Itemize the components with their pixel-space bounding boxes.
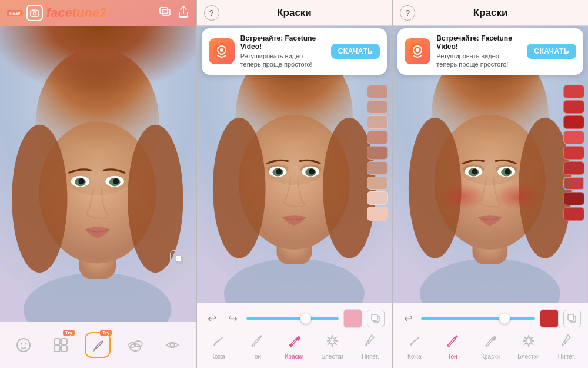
promo-title-p3: Встречайте: Facetune Video! [436,34,521,51]
selected-color-p3[interactable] [540,309,559,328]
try-badge-brush: Try [100,330,112,336]
promo-subtitle-p3: Ретушировать видео теперь проще простого… [436,52,521,69]
tool-eye[interactable] [159,332,185,358]
tab-kozha-p3[interactable]: Кожа [395,334,433,360]
pipet-label-p3: Пипет. [558,353,576,360]
svg-point-22 [25,343,26,345]
undo-btn-p2[interactable]: ↩ [204,310,220,327]
panel1-image: ↩ [0,26,196,322]
slider-wrap-p3[interactable] [421,313,535,324]
tab-blesk-p3[interactable]: Блестки [510,334,548,360]
swatch-4-p3[interactable] [563,131,584,144]
swatch-6-p3[interactable] [563,161,584,175]
svg-point-14 [75,178,86,187]
swatch-8-p2[interactable] [367,191,388,205]
slider-track-p2[interactable] [246,317,339,320]
kraski-label-p3: Краски [481,353,500,360]
svg-point-64 [439,184,486,210]
panel1-toolbar: Try Try [0,322,196,368]
promo-text-p3: Встречайте: Facetune Video! Ретушировать… [436,34,521,69]
pipet-label-p2: Пипет. [362,353,379,360]
try-badge-grid: Try [63,330,75,336]
face-background [0,26,196,322]
color-swatches-p3 [563,85,584,221]
kozha-icon-p3 [407,334,422,352]
selected-color-p2[interactable] [343,309,362,328]
copy-btn-p1[interactable] [170,250,189,269]
svg-point-51 [214,343,216,345]
svg-point-1 [33,12,36,15]
share-icon[interactable] [178,5,189,21]
color-swatches-p2 [367,85,388,221]
swatch-6-p2[interactable] [367,161,388,175]
tab-kraski-p3[interactable]: Краски [472,334,510,360]
panel-3: ? Краски Встречайте: Facetune Video! Рет… [392,0,588,368]
copy-btn-p3[interactable] [563,310,581,327]
svg-point-52 [289,344,292,346]
ton-label-p2: Тон [252,353,261,360]
swatch-1-p3[interactable] [563,85,584,98]
tool-grid[interactable]: Try [48,332,74,358]
promo-banner-p3: Встречайте: Facetune Video! Ретушировать… [397,28,583,75]
tool-effects[interactable] [122,332,148,358]
swatch-7-p2[interactable] [367,177,388,190]
slider-thumb-p2[interactable] [300,313,311,324]
slider-track-p3[interactable] [421,317,535,320]
swatch-4-p2[interactable] [367,131,388,144]
swatch-9-p2[interactable] [367,207,388,221]
panel2-title: Краски [277,7,312,19]
swatch-1-p2[interactable] [367,85,388,98]
panel3-title: Краски [473,7,508,19]
kraski-icon-p3 [483,334,497,352]
svg-rect-19 [175,256,181,261]
swatch-3-p2[interactable] [367,115,388,129]
swatch-8-p3[interactable] [563,192,584,205]
blesk-icon-p3 [522,334,536,352]
tool-face[interactable] [11,332,36,358]
svg-rect-26 [61,346,67,352]
swatch-3-p3[interactable] [563,115,584,129]
copy-btn-p2[interactable] [367,310,385,327]
undo-btn-p3[interactable]: ↩ [400,310,416,327]
promo-download-btn-p2[interactable]: СКАЧАТЬ [331,44,380,59]
tab-kozha-p2[interactable]: Кожа [199,334,238,360]
tool-brush[interactable]: Try [85,332,111,358]
tab-ton-p3[interactable]: Тон [433,334,472,360]
question-btn-p2[interactable]: ? [204,5,219,21]
swatch-9-p3[interactable] [563,207,584,221]
kozha-label-p2: Кожа [211,353,225,360]
redo-btn-p2[interactable]: ↪ [225,310,242,327]
camera-icon[interactable] [26,5,43,21]
kraski-icon-p2 [288,334,302,352]
tab-blesk-p2[interactable]: Блестки [313,334,352,360]
svg-point-72 [472,168,478,174]
blesk-label-p3: Блестки [517,353,539,360]
effects-tool-icon [122,332,148,358]
panel1-header: New facetune2 [0,0,196,26]
tab-pipet-p2[interactable]: Пипет. [352,334,390,360]
question-btn-p3[interactable]: ? [400,5,415,21]
svg-point-12 [71,176,89,187]
tab-kraski-p2[interactable]: Краски [275,334,313,360]
tab-pipet-p3[interactable]: Пипет. [547,334,586,360]
slider-row-p3: ↩ [393,307,588,330]
promo-banner-p2: Встречайте: Facetune Video! Ретушировать… [202,28,387,75]
face-tool-icon [11,332,36,358]
swatch-7-p3[interactable] [563,177,584,191]
swatch-2-p2[interactable] [367,100,388,114]
promo-download-btn-p3[interactable]: СКАЧАТЬ [527,44,576,59]
new-badge: New [7,10,23,16]
ton-label-p3: Тон [447,353,457,360]
promo-subtitle-p2: Ретушировать видео теперь проще простого… [240,52,325,69]
slider-wrap-p2[interactable] [246,313,339,324]
svg-point-76 [410,343,413,345]
slider-thumb-p3[interactable] [499,313,510,324]
swatch-5-p3[interactable] [563,146,584,160]
tab-ton-p2[interactable]: Тон [237,334,275,360]
undo-icon-p1[interactable]: ↩ [7,255,17,269]
gallery-icon[interactable] [159,6,172,21]
swatch-2-p3[interactable] [563,100,584,114]
swatch-5-p2[interactable] [367,146,388,160]
tool-tabs-p2: Кожа Тон Кр [197,330,392,363]
svg-point-48 [309,168,315,174]
